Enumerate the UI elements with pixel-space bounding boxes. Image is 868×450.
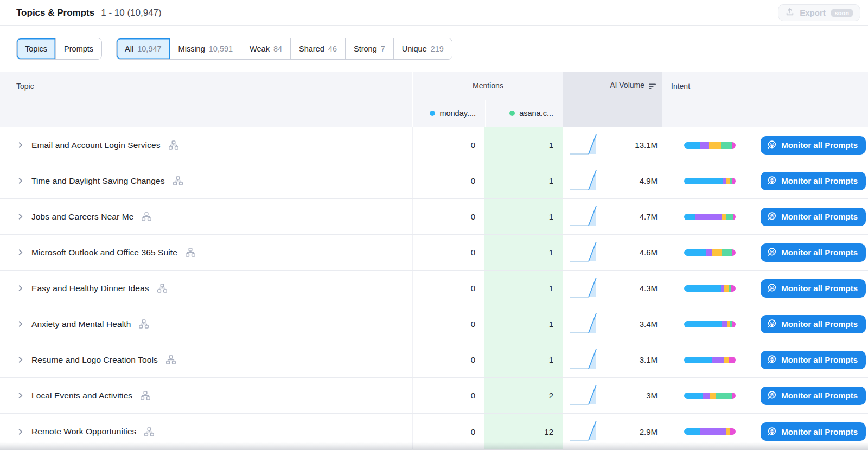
mention-count-asana: 2	[484, 378, 563, 413]
table-row[interactable]: Remote Work Opportunities 0 12 2.9M	[0, 414, 868, 449]
ai-volume-value: 3M	[646, 391, 658, 400]
filter-tab-missing[interactable]: Missing10,591	[170, 38, 241, 59]
topics-prompts-panel: Topics & Prompts 1 - 10 (10,947) Export …	[0, 0, 868, 450]
chevron-right-icon[interactable]	[16, 248, 24, 256]
mention-count-asana: 1	[484, 127, 563, 163]
monitor-all-prompts-button[interactable]: @ Monitor all Prompts	[761, 136, 866, 155]
topic-cell: Resume and Logo Creation Tools	[0, 342, 412, 377]
mention-count-asana: 1	[484, 342, 563, 377]
monitor-all-prompts-button[interactable]: @ Monitor all Prompts	[761, 208, 866, 226]
intent-segment	[703, 393, 710, 399]
monitor-button-label: Monitor all Prompts	[781, 140, 858, 150]
monitor-all-prompts-button[interactable]: @ Monitor all Prompts	[761, 422, 866, 441]
intent-cell: @ Monitor all Prompts	[662, 199, 868, 234]
intent-segment	[700, 142, 708, 149]
chevron-right-icon[interactable]	[16, 177, 24, 185]
filter-tab-unique[interactable]: Unique219	[393, 38, 452, 59]
segment-count: 10,947	[137, 44, 161, 53]
intent-cell: @ Monitor all Prompts	[662, 127, 868, 163]
column-header-mentions: Mentions	[413, 72, 563, 100]
intent-segment	[684, 321, 722, 327]
table-row[interactable]: Easy and Healthy Dinner Ideas 0 1 4	[0, 271, 868, 306]
intent-cell: @ Monitor all Prompts	[662, 306, 868, 342]
ai-volume-cell: 13.1M	[563, 127, 662, 163]
ai-volume-label: AI Volume	[610, 81, 644, 89]
intent-segment	[732, 142, 736, 149]
ai-volume-cell: 2.9M	[563, 414, 662, 449]
monitor-all-prompts-button[interactable]: @ Monitor all Prompts	[761, 351, 866, 369]
table-row[interactable]: Resume and Logo Creation Tools 0 1	[0, 342, 868, 378]
sort-descending-icon[interactable]	[649, 82, 656, 92]
chevron-right-icon[interactable]	[16, 428, 24, 436]
intent-segment	[684, 285, 721, 292]
competitor-asana[interactable]: asana.c...	[485, 100, 563, 127]
intent-segment	[721, 142, 732, 149]
mention-count-asana: 1	[484, 271, 563, 306]
ai-volume-value: 4.3M	[640, 284, 658, 293]
table-row[interactable]: Anxiety and Mental Health 0 1 3.4M	[0, 306, 868, 342]
sitemap-icon	[157, 284, 167, 293]
intent-segment	[724, 285, 729, 292]
monitor-all-prompts-button[interactable]: @ Monitor all Prompts	[761, 243, 866, 262]
intent-distribution-bar	[684, 321, 736, 327]
column-header-ai-volume[interactable]: AI Volume	[563, 72, 662, 127]
monitor-all-prompts-button[interactable]: @ Monitor all Prompts	[761, 172, 866, 190]
filter-tab-all[interactable]: All10,947	[117, 38, 169, 59]
mention-count-asana: 1	[484, 306, 563, 342]
competitor-asana-label: asana.c...	[519, 109, 553, 118]
intent-segment	[684, 428, 700, 435]
intent-segment	[716, 393, 732, 399]
trend-sparkline	[569, 418, 600, 445]
topic-label: Time and Daylight Saving Changes	[31, 176, 165, 186]
table-row[interactable]: Microsoft Outlook and Office 365 Suite 0…	[0, 235, 868, 271]
svg-text:@: @	[770, 142, 775, 147]
ai-volume-cell: 3M	[563, 378, 662, 413]
sitemap-icon	[139, 319, 149, 329]
table-row[interactable]: Time and Daylight Saving Changes 0 1	[0, 163, 868, 199]
monitor-magnifier-icon: @	[767, 176, 777, 186]
mention-count-asana: 12	[484, 414, 563, 449]
trend-sparkline	[569, 275, 600, 302]
competitor-monday[interactable]: monday....	[413, 100, 485, 127]
chevron-right-icon[interactable]	[16, 213, 24, 221]
topic-cell: Easy and Healthy Dinner Ideas	[0, 271, 412, 306]
mention-count-asana: 1	[484, 235, 563, 270]
intent-distribution-bar	[684, 428, 736, 435]
ai-volume-cell: 3.1M	[563, 342, 662, 377]
chevron-right-icon[interactable]	[16, 141, 24, 149]
svg-text:@: @	[770, 428, 775, 434]
intent-segment	[732, 178, 736, 184]
filter-tab-shared[interactable]: Shared46	[290, 38, 345, 59]
filter-tab-weak[interactable]: Weak84	[241, 38, 290, 59]
chevron-right-icon[interactable]	[16, 284, 24, 292]
table-row[interactable]: Jobs and Careers Near Me 0 1 4.7M	[0, 199, 868, 235]
table-row[interactable]: Local Events and Activities 0 2 3M	[0, 378, 868, 414]
mention-count-monday: 0	[412, 127, 484, 163]
intent-segment	[732, 393, 736, 399]
ai-volume-value: 4.9M	[640, 176, 658, 185]
monitor-all-prompts-button[interactable]: @ Monitor all Prompts	[761, 315, 866, 333]
intent-cell: @ Monitor all Prompts	[662, 235, 868, 270]
segment-count: 10,591	[209, 44, 233, 53]
svg-text:@: @	[770, 177, 775, 183]
table-body: Email and Account Login Services 0 1	[0, 127, 868, 449]
svg-text:@: @	[770, 320, 775, 326]
chevron-right-icon[interactable]	[16, 391, 24, 400]
intent-segment	[732, 249, 736, 256]
topic-label: Jobs and Careers Near Me	[31, 212, 133, 222]
chevron-right-icon[interactable]	[16, 320, 24, 328]
toggle-prompts[interactable]: Prompts	[55, 38, 101, 59]
export-button[interactable]: Export soon	[778, 4, 860, 21]
chevron-right-icon[interactable]	[16, 356, 24, 364]
filter-tab-strong[interactable]: Strong7	[345, 38, 393, 59]
monitor-all-prompts-button[interactable]: @ Monitor all Prompts	[761, 387, 866, 405]
monitor-magnifier-icon: @	[767, 319, 777, 329]
monitor-all-prompts-button[interactable]: @ Monitor all Prompts	[761, 279, 866, 298]
ai-volume-value: 4.6M	[640, 248, 658, 257]
intent-segment	[710, 393, 716, 399]
toggle-topics[interactable]: Topics	[17, 38, 55, 59]
table-row[interactable]: Email and Account Login Services 0 1	[0, 127, 868, 163]
asana-dot-icon	[509, 111, 515, 116]
monitor-magnifier-icon: @	[767, 211, 777, 222]
segment-count: 219	[431, 44, 444, 53]
